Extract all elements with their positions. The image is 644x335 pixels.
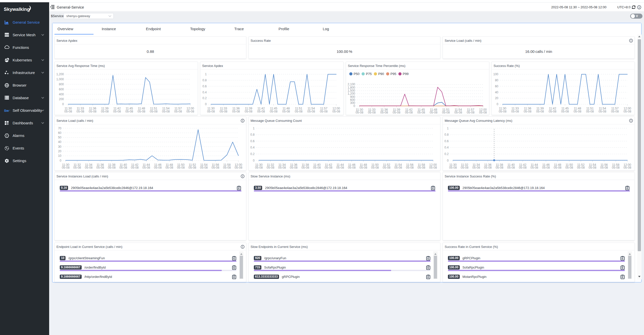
svg-text:Sw: Sw [4, 109, 9, 113]
